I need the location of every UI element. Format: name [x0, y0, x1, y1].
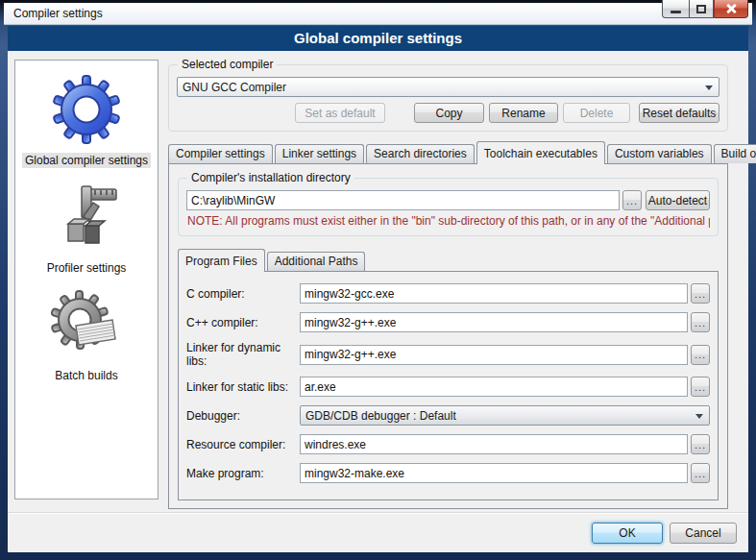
make-program-browse-button[interactable]: ... — [691, 463, 710, 483]
auto-detect-button[interactable]: Auto-detect — [646, 190, 710, 210]
rename-button[interactable]: Rename — [489, 103, 558, 123]
window-title: Compiler settings — [13, 7, 103, 20]
tab-toolchain-executables[interactable]: Toolchain executables — [476, 141, 605, 164]
make-program-input[interactable] — [300, 463, 688, 483]
tab-linker-settings[interactable]: Linker settings — [275, 144, 364, 163]
sidebar-item-batch-builds[interactable]: Batch builds — [51, 289, 122, 383]
debugger-value: GDB/CDB debugger : Default — [305, 409, 456, 423]
make-program-row: Make program: ... — [186, 463, 710, 483]
installation-directory-browse-button[interactable]: ... — [622, 190, 642, 210]
dynamic-linker-input[interactable] — [300, 345, 688, 365]
tab-custom-variables[interactable]: Custom variables — [607, 144, 712, 163]
toolchain-executables-panel: Compiler's installation directory ... Au… — [168, 163, 728, 509]
cpp-compiler-label: C++ compiler: — [186, 316, 300, 329]
installation-directory-group-label: Compiler's installation directory — [187, 171, 354, 184]
dynamic-linker-browse-button[interactable]: ... — [691, 345, 710, 365]
close-icon — [725, 3, 737, 14]
selected-compiler-value: GNU GCC Compiler — [183, 81, 286, 94]
installation-directory-group: Compiler's installation directory ... Au… — [178, 178, 719, 236]
tab-additional-paths[interactable]: Additional Paths — [267, 252, 366, 271]
installation-directory-row: ... Auto-detect — [186, 190, 710, 210]
sidebar-item-profiler-settings[interactable]: Profiler settings — [44, 182, 130, 276]
cancel-button[interactable]: Cancel — [670, 523, 737, 544]
close-button[interactable] — [714, 0, 748, 18]
sidebar-item-label: Batch builds — [52, 368, 120, 383]
debugger-label: Debugger: — [186, 409, 300, 423]
installation-directory-input[interactable] — [186, 190, 620, 210]
make-program-label: Make program: — [186, 467, 300, 480]
maximize-icon — [696, 5, 706, 13]
gear-gray-icon — [51, 289, 122, 360]
cpp-compiler-browse-button[interactable]: ... — [691, 312, 710, 332]
resource-compiler-browse-button[interactable]: ... — [691, 434, 710, 454]
tab-compiler-settings[interactable]: Compiler settings — [168, 144, 273, 163]
sidebar-item-label: Profiler settings — [44, 260, 130, 276]
dialog-body: Global compiler settings — [8, 51, 748, 552]
static-linker-row: Linker for static libs: ... — [186, 377, 710, 397]
title-bar: Compiler settings — [4, 3, 752, 25]
ok-button[interactable]: OK — [592, 523, 663, 544]
caliper-icon — [51, 182, 122, 253]
compiler-actions-row: Set as default Copy Rename Delete Reset … — [177, 103, 719, 123]
debugger-dropdown[interactable]: GDB/CDB debugger : Default — [300, 405, 710, 426]
main-content: Selected compiler GNU GCC Compiler Set a… — [168, 57, 728, 499]
copy-button[interactable]: Copy — [414, 103, 484, 123]
chevron-down-icon — [705, 85, 713, 90]
window-controls — [662, 0, 748, 18]
chevron-down-icon — [695, 414, 703, 419]
compiler-settings-window: Compiler settings Global compiler settin… — [0, 0, 756, 560]
c-compiler-input[interactable] — [300, 283, 688, 304]
c-compiler-label: C compiler: — [186, 287, 300, 301]
gear-blue-icon — [51, 74, 122, 145]
sidebar-item-label: Global compiler settings — [22, 153, 151, 168]
footer-buttons: OK Cancel — [592, 523, 737, 544]
resource-compiler-row: Resource compiler: ... — [186, 434, 710, 454]
programs-tab-strip: Program Files Additional Paths — [178, 248, 719, 271]
resource-compiler-label: Resource compiler: — [186, 438, 300, 451]
footer-separator — [8, 512, 748, 514]
dynamic-linker-row: Linker for dynamic libs: ... — [186, 341, 710, 368]
settings-tab-strip: Compiler settings Linker settings Search… — [168, 141, 728, 163]
minimize-icon — [671, 11, 681, 13]
category-sidebar: Global compiler settings — [14, 60, 159, 499]
c-compiler-browse-button[interactable]: ... — [691, 283, 710, 304]
selected-compiler-dropdown[interactable]: GNU GCC Compiler — [177, 77, 719, 97]
delete-button: Delete — [563, 103, 630, 123]
installation-directory-note: NOTE: All programs must exist either in … — [187, 214, 710, 228]
tab-program-files[interactable]: Program Files — [178, 249, 265, 272]
tab-search-directories[interactable]: Search directories — [366, 144, 475, 163]
resource-compiler-input[interactable] — [300, 434, 688, 454]
tab-build-options[interactable]: Build options — [714, 144, 756, 163]
dynamic-linker-label: Linker for dynamic libs: — [186, 341, 300, 368]
static-linker-input[interactable] — [300, 377, 688, 397]
c-compiler-row: C compiler: ... — [186, 283, 710, 304]
static-linker-label: Linker for static libs: — [186, 380, 300, 394]
set-as-default-button: Set as default — [295, 103, 385, 123]
selected-compiler-group-label: Selected compiler — [178, 58, 277, 71]
maximize-button[interactable] — [689, 0, 714, 18]
minimize-button[interactable] — [662, 0, 689, 18]
reset-defaults-button[interactable]: Reset defaults — [639, 103, 719, 123]
cpp-compiler-input[interactable] — [300, 312, 688, 332]
program-files-panel: C compiler: ... C++ compiler: ... Linker… — [178, 271, 719, 500]
static-linker-browse-button[interactable]: ... — [691, 377, 710, 397]
debugger-row: Debugger: GDB/CDB debugger : Default — [186, 405, 710, 426]
sidebar-item-global-compiler-settings[interactable]: Global compiler settings — [22, 74, 151, 168]
selected-compiler-group: Selected compiler GNU GCC Compiler Set a… — [168, 64, 728, 132]
page-title: Global compiler settings — [8, 26, 748, 51]
cpp-compiler-row: C++ compiler: ... — [186, 312, 710, 332]
